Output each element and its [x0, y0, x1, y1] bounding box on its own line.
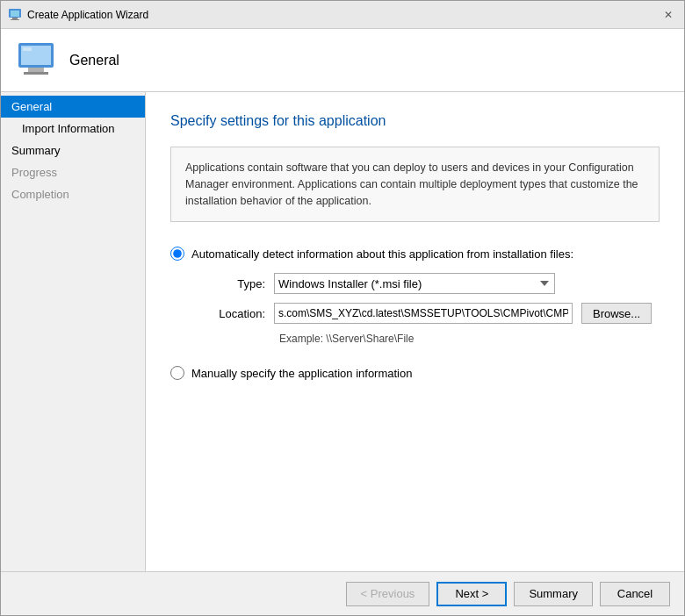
- radio-auto-detect[interactable]: [170, 247, 184, 261]
- type-field-group: Type: Windows Installer (*.msi file)Scri…: [195, 273, 660, 345]
- sidebar-item-progress: Progress: [1, 161, 145, 183]
- sidebar-item-import-information[interactable]: Import Information: [1, 118, 145, 140]
- svg-rect-3: [11, 19, 19, 20]
- title-bar: Create Application Wizard ✕: [1, 1, 684, 29]
- description-text: Applications contain software that you c…: [185, 161, 638, 207]
- summary-button[interactable]: Summary: [514, 582, 593, 606]
- wizard-footer: < Previous Next > Summary Cancel: [1, 571, 684, 615]
- browse-button[interactable]: Browse...: [581, 303, 652, 324]
- header-title: General: [69, 53, 119, 68]
- main-content: Specify settings for this application Ap…: [146, 92, 684, 571]
- svg-rect-1: [11, 11, 19, 17]
- page-title: Specify settings for this application: [170, 113, 660, 129]
- cancel-button[interactable]: Cancel: [600, 582, 670, 606]
- location-input[interactable]: [274, 303, 573, 324]
- previous-button[interactable]: < Previous: [346, 582, 430, 606]
- sidebar: General Import Information Summary Progr…: [1, 92, 146, 571]
- type-select[interactable]: Windows Installer (*.msi file)Script Ins…: [274, 273, 555, 294]
- svg-rect-2: [12, 18, 18, 19]
- radio-manual-row: Manually specify the application informa…: [170, 366, 660, 380]
- radio-auto-section: Automatically detect information about t…: [170, 247, 660, 345]
- location-field-row: Location: Browse...: [195, 303, 660, 324]
- type-label: Type:: [195, 277, 265, 290]
- radio-manual-label[interactable]: Manually specify the application informa…: [191, 367, 412, 380]
- example-text: Example: \\Server\Share\File: [279, 333, 660, 345]
- sidebar-item-summary[interactable]: Summary: [1, 140, 145, 161]
- next-button[interactable]: Next >: [436, 582, 507, 606]
- description-box: Applications contain software that you c…: [170, 147, 660, 222]
- sidebar-item-general[interactable]: General: [1, 96, 145, 118]
- radio-manual-specify[interactable]: [170, 366, 184, 380]
- wizard-body: General Import Information Summary Progr…: [1, 92, 684, 571]
- location-label: Location:: [195, 307, 265, 320]
- radio-auto-row: Automatically detect information about t…: [170, 247, 660, 261]
- wizard-header: General: [1, 29, 684, 92]
- sidebar-item-completion: Completion: [1, 183, 145, 205]
- close-button[interactable]: ✕: [660, 6, 677, 24]
- radio-auto-label[interactable]: Automatically detect information about t…: [191, 247, 573, 261]
- type-field-row: Type: Windows Installer (*.msi file)Scri…: [195, 273, 660, 294]
- wizard-window: Create Application Wizard ✕ General Gene…: [0, 0, 685, 616]
- svg-rect-8: [23, 47, 32, 51]
- title-bar-icon: [8, 8, 22, 22]
- title-bar-text: Create Application Wizard: [27, 9, 654, 21]
- svg-rect-6: [28, 68, 44, 72]
- header-icon: [15, 39, 57, 82]
- svg-rect-7: [24, 72, 48, 75]
